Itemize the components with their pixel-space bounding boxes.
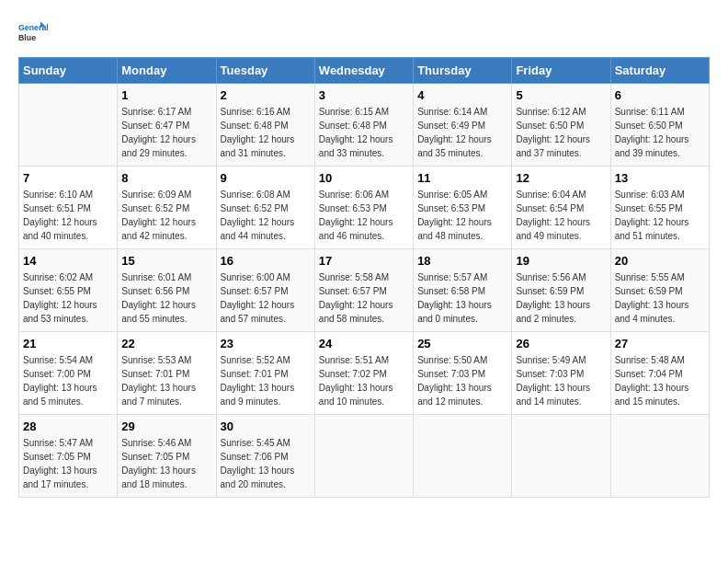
day-info: Sunrise: 6:09 AMSunset: 6:52 PMDaylight:… bbox=[121, 188, 211, 243]
logo: General Blue bbox=[18, 18, 48, 48]
day-info: Sunrise: 6:11 AMSunset: 6:50 PMDaylight:… bbox=[615, 105, 705, 160]
day-info: Sunrise: 6:15 AMSunset: 6:48 PMDaylight:… bbox=[319, 105, 409, 160]
day-info: Sunrise: 5:51 AMSunset: 7:02 PMDaylight:… bbox=[319, 353, 409, 408]
day-info: Sunrise: 6:04 AMSunset: 6:54 PMDaylight:… bbox=[516, 188, 606, 243]
svg-text:Blue: Blue bbox=[18, 33, 36, 42]
calendar-cell: 25Sunrise: 5:50 AMSunset: 7:03 PMDayligh… bbox=[414, 332, 512, 415]
calendar-cell bbox=[19, 84, 118, 167]
calendar-cell: 20Sunrise: 5:55 AMSunset: 6:59 PMDayligh… bbox=[610, 249, 709, 332]
calendar-cell: 18Sunrise: 5:57 AMSunset: 6:58 PMDayligh… bbox=[414, 249, 512, 332]
day-number: 15 bbox=[121, 254, 211, 268]
day-info: Sunrise: 6:17 AMSunset: 6:47 PMDaylight:… bbox=[121, 105, 211, 160]
calendar-cell: 17Sunrise: 5:58 AMSunset: 6:57 PMDayligh… bbox=[314, 249, 413, 332]
day-number: 14 bbox=[23, 254, 113, 268]
day-number: 6 bbox=[615, 88, 705, 102]
day-number: 4 bbox=[417, 88, 507, 102]
day-number: 10 bbox=[319, 171, 409, 185]
day-info: Sunrise: 5:52 AMSunset: 7:01 PMDaylight:… bbox=[221, 353, 311, 408]
calendar-cell: 30Sunrise: 5:45 AMSunset: 7:06 PMDayligh… bbox=[216, 415, 314, 498]
day-number: 22 bbox=[121, 337, 211, 350]
column-header-monday: Monday bbox=[118, 58, 216, 84]
day-info: Sunrise: 5:54 AMSunset: 7:00 PMDaylight:… bbox=[23, 353, 113, 408]
day-info: Sunrise: 6:01 AMSunset: 6:56 PMDaylight:… bbox=[121, 270, 211, 326]
day-number: 12 bbox=[516, 171, 606, 185]
day-info: Sunrise: 5:53 AMSunset: 7:01 PMDaylight:… bbox=[121, 353, 211, 408]
column-header-saturday: Saturday bbox=[610, 58, 709, 84]
day-number: 30 bbox=[221, 419, 311, 433]
day-info: Sunrise: 5:55 AMSunset: 6:59 PMDaylight:… bbox=[615, 270, 705, 326]
column-header-thursday: Thursday bbox=[414, 58, 512, 84]
day-number: 16 bbox=[221, 254, 311, 268]
calendar-cell: 12Sunrise: 6:04 AMSunset: 6:54 PMDayligh… bbox=[512, 167, 610, 249]
day-number: 25 bbox=[417, 337, 507, 350]
calendar-cell: 5Sunrise: 6:12 AMSunset: 6:50 PMDaylight… bbox=[512, 84, 610, 167]
calendar-cell bbox=[414, 415, 512, 498]
calendar-cell: 11Sunrise: 6:05 AMSunset: 6:53 PMDayligh… bbox=[414, 167, 512, 249]
calendar-cell: 9Sunrise: 6:08 AMSunset: 6:52 PMDaylight… bbox=[216, 167, 314, 249]
day-number: 21 bbox=[23, 337, 113, 350]
day-info: Sunrise: 5:56 AMSunset: 6:59 PMDaylight:… bbox=[516, 270, 606, 326]
column-header-wednesday: Wednesday bbox=[314, 58, 413, 84]
week-row-1: 1Sunrise: 6:17 AMSunset: 6:47 PMDaylight… bbox=[19, 84, 710, 167]
week-row-2: 7Sunrise: 6:10 AMSunset: 6:51 PMDaylight… bbox=[19, 167, 710, 249]
calendar-cell: 22Sunrise: 5:53 AMSunset: 7:01 PMDayligh… bbox=[118, 332, 216, 415]
week-row-4: 21Sunrise: 5:54 AMSunset: 7:00 PMDayligh… bbox=[19, 332, 710, 415]
column-header-sunday: Sunday bbox=[19, 58, 118, 84]
day-number: 26 bbox=[516, 337, 606, 350]
calendar-cell: 24Sunrise: 5:51 AMSunset: 7:02 PMDayligh… bbox=[314, 332, 413, 415]
day-number: 24 bbox=[319, 337, 409, 350]
day-info: Sunrise: 5:45 AMSunset: 7:06 PMDaylight:… bbox=[221, 436, 311, 491]
day-info: Sunrise: 5:46 AMSunset: 7:05 PMDaylight:… bbox=[121, 436, 211, 491]
calendar-cell: 1Sunrise: 6:17 AMSunset: 6:47 PMDaylight… bbox=[118, 84, 216, 167]
calendar-cell: 14Sunrise: 6:02 AMSunset: 6:55 PMDayligh… bbox=[19, 249, 118, 332]
calendar-cell bbox=[512, 415, 610, 498]
calendar-cell: 2Sunrise: 6:16 AMSunset: 6:48 PMDaylight… bbox=[216, 84, 314, 167]
day-info: Sunrise: 5:47 AMSunset: 7:05 PMDaylight:… bbox=[23, 436, 113, 491]
day-number: 29 bbox=[121, 419, 211, 433]
calendar-cell: 13Sunrise: 6:03 AMSunset: 6:55 PMDayligh… bbox=[610, 167, 709, 249]
calendar-cell bbox=[610, 415, 709, 498]
day-info: Sunrise: 6:02 AMSunset: 6:55 PMDaylight:… bbox=[23, 270, 113, 326]
calendar-cell bbox=[314, 415, 413, 498]
day-info: Sunrise: 6:03 AMSunset: 6:55 PMDaylight:… bbox=[615, 188, 705, 243]
calendar-cell: 4Sunrise: 6:14 AMSunset: 6:49 PMDaylight… bbox=[414, 84, 512, 167]
column-header-friday: Friday bbox=[512, 58, 610, 84]
day-number: 7 bbox=[23, 171, 113, 185]
day-number: 1 bbox=[121, 88, 211, 102]
day-number: 9 bbox=[221, 171, 311, 185]
calendar-cell: 8Sunrise: 6:09 AMSunset: 6:52 PMDaylight… bbox=[118, 167, 216, 249]
column-header-tuesday: Tuesday bbox=[216, 58, 314, 84]
day-info: Sunrise: 6:10 AMSunset: 6:51 PMDaylight:… bbox=[23, 188, 113, 243]
day-info: Sunrise: 5:48 AMSunset: 7:04 PMDaylight:… bbox=[615, 353, 705, 408]
svg-text:General: General bbox=[18, 23, 48, 32]
day-info: Sunrise: 5:50 AMSunset: 7:03 PMDaylight:… bbox=[417, 353, 507, 408]
week-row-5: 28Sunrise: 5:47 AMSunset: 7:05 PMDayligh… bbox=[19, 415, 710, 498]
calendar-header-row: SundayMondayTuesdayWednesdayThursdayFrid… bbox=[19, 58, 710, 84]
calendar-cell: 7Sunrise: 6:10 AMSunset: 6:51 PMDaylight… bbox=[19, 167, 118, 249]
logo-icon: General Blue bbox=[18, 18, 48, 48]
day-info: Sunrise: 5:49 AMSunset: 7:03 PMDaylight:… bbox=[516, 353, 606, 408]
day-number: 28 bbox=[23, 419, 113, 433]
calendar-cell: 3Sunrise: 6:15 AMSunset: 6:48 PMDaylight… bbox=[314, 84, 413, 167]
day-number: 20 bbox=[615, 254, 705, 268]
calendar-cell: 16Sunrise: 6:00 AMSunset: 6:57 PMDayligh… bbox=[216, 249, 314, 332]
calendar-cell: 29Sunrise: 5:46 AMSunset: 7:05 PMDayligh… bbox=[118, 415, 216, 498]
day-info: Sunrise: 5:58 AMSunset: 6:57 PMDaylight:… bbox=[319, 270, 409, 326]
calendar-cell: 28Sunrise: 5:47 AMSunset: 7:05 PMDayligh… bbox=[19, 415, 118, 498]
day-number: 18 bbox=[417, 254, 507, 268]
day-number: 3 bbox=[319, 88, 409, 102]
calendar-cell: 26Sunrise: 5:49 AMSunset: 7:03 PMDayligh… bbox=[512, 332, 610, 415]
day-info: Sunrise: 6:08 AMSunset: 6:52 PMDaylight:… bbox=[221, 188, 311, 243]
calendar-cell: 21Sunrise: 5:54 AMSunset: 7:00 PMDayligh… bbox=[19, 332, 118, 415]
day-number: 11 bbox=[417, 171, 507, 185]
day-info: Sunrise: 6:16 AMSunset: 6:48 PMDaylight:… bbox=[221, 105, 311, 160]
day-number: 2 bbox=[221, 88, 311, 102]
page-header: General Blue bbox=[18, 18, 710, 48]
day-info: Sunrise: 6:06 AMSunset: 6:53 PMDaylight:… bbox=[319, 188, 409, 243]
day-number: 17 bbox=[319, 254, 409, 268]
day-info: Sunrise: 6:00 AMSunset: 6:57 PMDaylight:… bbox=[221, 270, 311, 326]
day-info: Sunrise: 6:12 AMSunset: 6:50 PMDaylight:… bbox=[516, 105, 606, 160]
calendar-table: SundayMondayTuesdayWednesdayThursdayFrid… bbox=[18, 57, 710, 498]
calendar-cell: 10Sunrise: 6:06 AMSunset: 6:53 PMDayligh… bbox=[314, 167, 413, 249]
day-number: 23 bbox=[221, 337, 311, 350]
